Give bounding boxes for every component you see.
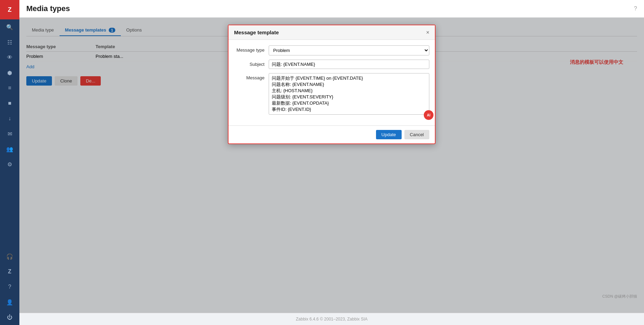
message-type-row: Message type ProblemProblem recoveryProb… (234, 45, 429, 55)
subject-label: Subject (234, 60, 269, 67)
modal-close-button[interactable]: × (426, 30, 429, 35)
list-icon[interactable]: ≡ (0, 80, 19, 96)
page-area: Media type Message templates 1 Options M… (19, 18, 644, 313)
modal-update-button[interactable]: Update (376, 130, 402, 139)
chart-icon[interactable]: ■ (0, 96, 19, 111)
users-icon[interactable]: 👥 (0, 141, 19, 157)
network-icon[interactable]: ⬢ (0, 65, 19, 80)
message-type-select[interactable]: ProblemProblem recoveryProblem updateSer… (269, 45, 429, 55)
user-profile-icon[interactable]: 👤 (0, 295, 19, 310)
mail-icon[interactable]: ✉ (0, 126, 19, 141)
ai-badge: AI (424, 110, 433, 120)
modal-header: Message template × (229, 25, 435, 40)
message-type-label: Message type (234, 45, 269, 53)
message-control: 问题开始于 {EVENT.TIME} on {EVENT.DATE} 问题名称:… (269, 73, 429, 116)
header-help-icon[interactable]: ? (634, 6, 637, 12)
header: Media types ? (19, 0, 644, 18)
footer: Zabbix 6.4.6 © 2001–2023, Zabbix SIA (19, 313, 644, 325)
sidebar: Z 🔍 ☷ 👁 ⬢ ≡ ■ ↓ ✉ 👥 ⚙ 🎧 Z ? 👤 ⏻ (0, 0, 19, 325)
zabbix-bottom-icon[interactable]: Z (0, 264, 19, 279)
page-title: Media types (26, 4, 70, 13)
dashboard-icon[interactable]: ☷ (0, 35, 19, 50)
logo-button[interactable]: Z (0, 0, 19, 19)
modal-overlay: Message template × Message type ProblemP… (19, 18, 644, 313)
search-icon[interactable]: 🔍 (0, 19, 19, 35)
message-label: Message (234, 73, 269, 80)
main-content: Media types ? Media type Message templat… (19, 0, 644, 325)
subject-control (269, 60, 429, 69)
headset-icon[interactable]: 🎧 (0, 249, 19, 264)
gear-icon[interactable]: ⚙ (0, 157, 19, 172)
help-icon[interactable]: ? (0, 279, 19, 295)
subject-row: Subject (234, 60, 429, 69)
monitoring-icon[interactable]: 👁 (0, 50, 19, 65)
message-row: Message 问题开始于 {EVENT.TIME} on {EVENT.DAT… (234, 73, 429, 116)
message-type-control: ProblemProblem recoveryProblem updateSer… (269, 45, 429, 55)
power-icon[interactable]: ⏻ (0, 310, 19, 325)
modal-dialog: Message template × Message type ProblemP… (228, 25, 436, 144)
download-icon[interactable]: ↓ (0, 111, 19, 126)
subject-input[interactable] (269, 60, 429, 69)
modal-title: Message template (234, 29, 279, 35)
modal-body: Message type ProblemProblem recoveryProb… (229, 40, 435, 125)
message-textarea[interactable]: 问题开始于 {EVENT.TIME} on {EVENT.DATE} 问题名称:… (269, 73, 429, 115)
modal-cancel-button[interactable]: Cancel (404, 130, 429, 139)
modal-footer: Update Cancel (229, 125, 435, 143)
